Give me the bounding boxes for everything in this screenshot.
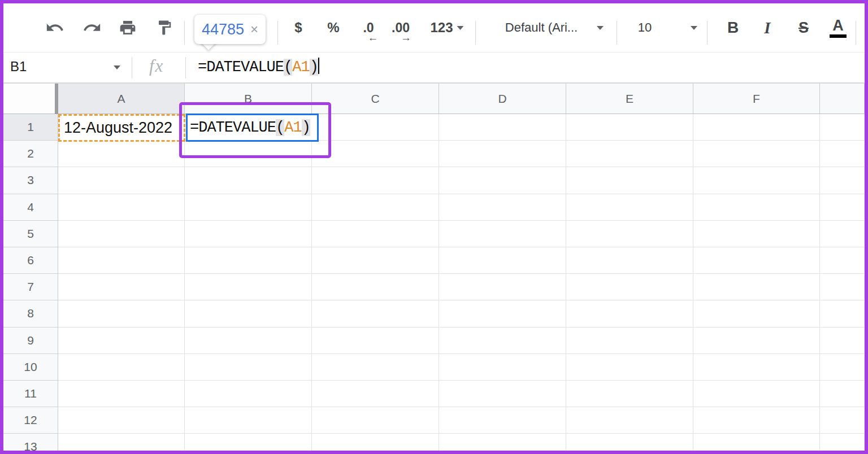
- cell[interactable]: [439, 328, 566, 354]
- cell[interactable]: [439, 114, 566, 141]
- cell[interactable]: [820, 274, 865, 300]
- row-header-10[interactable]: 10: [3, 354, 58, 381]
- cell[interactable]: [185, 407, 312, 434]
- row-header-5[interactable]: 5: [3, 221, 58, 247]
- cell[interactable]: [185, 167, 312, 194]
- cell[interactable]: [58, 381, 185, 407]
- cell[interactable]: [312, 141, 439, 167]
- cell[interactable]: [566, 221, 693, 247]
- cell[interactable]: [566, 434, 693, 451]
- cell[interactable]: [693, 407, 820, 434]
- cell[interactable]: [58, 221, 185, 247]
- cell[interactable]: [566, 194, 693, 221]
- cell[interactable]: [58, 194, 185, 221]
- cell[interactable]: [693, 114, 820, 141]
- row-header-6[interactable]: 6: [3, 247, 58, 274]
- cell[interactable]: [185, 221, 312, 247]
- cell[interactable]: [820, 381, 865, 407]
- cell[interactable]: [439, 274, 566, 300]
- cell[interactable]: [439, 354, 566, 381]
- cell[interactable]: [820, 114, 865, 141]
- row-header-7[interactable]: 7: [3, 274, 58, 300]
- more-formats-button[interactable]: 123: [430, 3, 463, 52]
- cell[interactable]: [312, 381, 439, 407]
- cell[interactable]: [312, 300, 439, 327]
- cell[interactable]: [693, 247, 820, 274]
- cell[interactable]: [58, 274, 185, 300]
- cell[interactable]: [566, 407, 693, 434]
- cell[interactable]: [820, 407, 865, 434]
- row-header-1[interactable]: 1: [3, 114, 58, 141]
- row-header-12[interactable]: 12: [3, 407, 58, 434]
- cell[interactable]: [185, 141, 312, 167]
- cell[interactable]: [58, 434, 185, 451]
- cell[interactable]: [185, 274, 312, 300]
- cell[interactable]: [58, 407, 185, 434]
- cell[interactable]: [185, 381, 312, 407]
- column-header-a[interactable]: A: [58, 84, 185, 114]
- paint-format-button[interactable]: [156, 3, 173, 52]
- cell[interactable]: [185, 300, 312, 327]
- column-header-e[interactable]: E: [566, 84, 693, 114]
- cell[interactable]: [693, 167, 820, 194]
- close-icon[interactable]: ×: [250, 21, 258, 37]
- percent-format-button[interactable]: %: [327, 3, 339, 52]
- undo-button[interactable]: [45, 3, 64, 52]
- formula-input[interactable]: =DATEVALUE(A1): [198, 58, 319, 76]
- cell[interactable]: [439, 300, 566, 327]
- row-header-9[interactable]: 9: [3, 328, 58, 354]
- cell[interactable]: [439, 221, 566, 247]
- bold-button[interactable]: B: [727, 3, 739, 52]
- name-box[interactable]: B1: [10, 59, 27, 75]
- strikethrough-button[interactable]: S: [798, 3, 809, 52]
- cell[interactable]: [820, 167, 865, 194]
- cell[interactable]: [439, 167, 566, 194]
- font-family-selector[interactable]: Default (Ari...: [505, 3, 578, 52]
- cell[interactable]: [693, 221, 820, 247]
- cell[interactable]: [820, 194, 865, 221]
- cell[interactable]: [58, 328, 185, 354]
- cell[interactable]: [693, 194, 820, 221]
- cell[interactable]: [58, 300, 185, 327]
- cell[interactable]: [566, 141, 693, 167]
- cell-b1-editing[interactable]: =DATEVALUE(A1): [186, 114, 319, 142]
- row-header-4[interactable]: 4: [3, 194, 58, 221]
- cell[interactable]: [439, 407, 566, 434]
- cell[interactable]: [439, 247, 566, 274]
- font-size-dropdown[interactable]: [691, 3, 697, 52]
- increase-decimal-button[interactable]: .00→: [392, 3, 410, 52]
- cell[interactable]: [312, 434, 439, 451]
- row-header-3[interactable]: 3: [3, 167, 58, 194]
- cell[interactable]: [820, 328, 865, 354]
- cell[interactable]: [312, 167, 439, 194]
- decrease-decimal-button[interactable]: .0←: [363, 3, 374, 52]
- cell[interactable]: [185, 354, 312, 381]
- name-box-dropdown-icon[interactable]: [114, 66, 120, 69]
- cell[interactable]: [566, 274, 693, 300]
- font-size-selector[interactable]: 10: [638, 3, 652, 52]
- cell[interactable]: [566, 381, 693, 407]
- cell-a1-marching-ants[interactable]: 12-August-2022: [58, 114, 185, 142]
- row-header-11[interactable]: 11: [3, 381, 58, 407]
- cell[interactable]: [185, 434, 312, 451]
- cell[interactable]: [312, 407, 439, 434]
- print-button[interactable]: [119, 3, 137, 52]
- cell[interactable]: [185, 247, 312, 274]
- italic-button[interactable]: I: [764, 3, 770, 52]
- cell[interactable]: [820, 221, 865, 247]
- cell[interactable]: [312, 354, 439, 381]
- cell[interactable]: [312, 328, 439, 354]
- column-header-c[interactable]: C: [312, 84, 439, 114]
- cell[interactable]: [58, 354, 185, 381]
- cell[interactable]: [566, 114, 693, 141]
- font-family-dropdown[interactable]: [597, 3, 604, 52]
- cell[interactable]: [439, 434, 566, 451]
- redo-button[interactable]: [83, 3, 102, 52]
- cell[interactable]: [312, 114, 439, 141]
- cell[interactable]: [439, 381, 566, 407]
- currency-format-button[interactable]: $: [294, 3, 302, 52]
- cell[interactable]: [566, 167, 693, 194]
- cell[interactable]: [693, 381, 820, 407]
- cell[interactable]: [820, 141, 865, 167]
- row-header-2[interactable]: 2: [3, 141, 58, 167]
